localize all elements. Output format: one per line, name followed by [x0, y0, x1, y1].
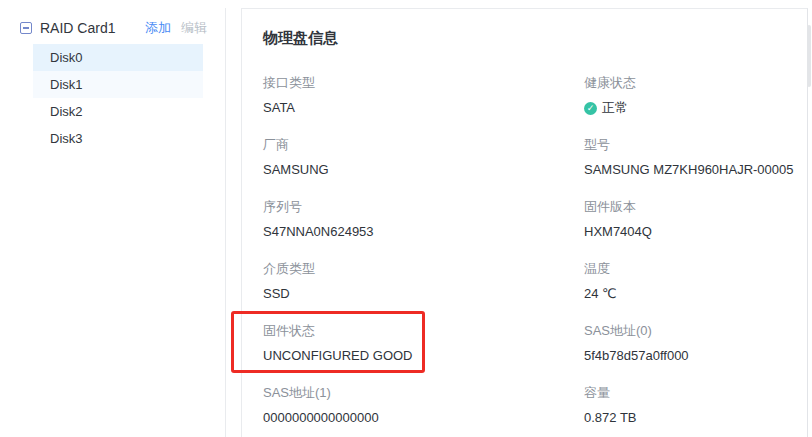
field-value: 0000000000000000 — [263, 409, 584, 427]
check-circle-icon: ✓ — [584, 102, 597, 115]
vertical-scrollbar-thumb[interactable] — [807, 25, 811, 87]
disk2-label: Disk2 — [50, 104, 83, 119]
field-firmware-version: 固件版本 HXM7404Q — [584, 198, 807, 241]
field-value: SATA — [263, 99, 584, 117]
disk-list: Disk0 Disk1 Disk2 Disk3 — [0, 44, 225, 152]
page-title: 物理盘信息 — [263, 29, 807, 48]
field-media-type: 介质类型 SSD — [263, 260, 584, 303]
field-value: HXM7404Q — [584, 223, 807, 241]
disk1-label: Disk1 — [50, 77, 83, 92]
field-label: 温度 — [584, 260, 807, 278]
sidebar-item-disk2[interactable]: Disk2 — [33, 98, 203, 125]
field-value: 5f4b78d57a0ff000 — [584, 347, 807, 365]
field-label: 固件版本 — [584, 198, 807, 216]
physical-disk-info-panel: 物理盘信息 接口类型 SATA 健康状态 ✓ 正常 厂商 SAMSUNG 型号 … — [241, 8, 808, 437]
field-value: UNCONFIGURED GOOD — [263, 347, 584, 365]
sidebar-item-disk0[interactable]: Disk0 — [33, 44, 203, 71]
collapse-minus-icon[interactable] — [20, 22, 32, 34]
field-serial-number: 序列号 S47NNA0N624953 — [263, 198, 584, 241]
field-value: SAMSUNG MZ7KH960HAJR-00005 — [584, 161, 807, 179]
disk0-label: Disk0 — [50, 50, 83, 65]
health-status-text: 正常 — [602, 99, 628, 117]
fields-grid: 接口类型 SATA 健康状态 ✓ 正常 厂商 SAMSUNG 型号 SAMSUN… — [263, 74, 807, 437]
field-vendor: 厂商 SAMSUNG — [263, 136, 584, 179]
sidebar-item-disk1[interactable]: Disk1 — [33, 71, 203, 98]
field-sas-address-0: SAS地址(0) 5f4b78d57a0ff000 — [584, 322, 807, 365]
field-interface-type: 接口类型 SATA — [263, 74, 584, 117]
sidebar-disk-tree: RAID Card1 添加 编辑 Disk0 Disk1 Disk2 Disk3 — [0, 8, 226, 437]
field-capacity: 容量 0.872 TB — [584, 384, 807, 427]
field-label: 序列号 — [263, 198, 584, 216]
field-label: 型号 — [584, 136, 807, 154]
sidebar-item-disk3[interactable]: Disk3 — [33, 125, 203, 152]
field-value: ✓ 正常 — [584, 99, 807, 117]
field-temperature: 温度 24 ℃ — [584, 260, 807, 303]
field-value: 24 ℃ — [584, 285, 807, 303]
field-value: SAMSUNG — [263, 161, 584, 179]
field-value: S47NNA0N624953 — [263, 223, 584, 241]
disk3-label: Disk3 — [50, 131, 83, 146]
field-label: 厂商 — [263, 136, 584, 154]
field-label: 固件状态 — [263, 322, 584, 340]
field-label: 接口类型 — [263, 74, 584, 92]
edit-link[interactable]: 编辑 — [181, 19, 207, 37]
field-value: 0.872 TB — [584, 409, 807, 427]
field-label: SAS地址(0) — [584, 322, 807, 340]
field-label: 健康状态 — [584, 74, 807, 92]
field-value: SSD — [263, 285, 584, 303]
field-firmware-state: 固件状态 UNCONFIGURED GOOD — [263, 322, 584, 365]
field-label: 容量 — [584, 384, 807, 402]
tree-node-raid-card[interactable]: RAID Card1 添加 编辑 — [0, 14, 225, 41]
field-health-status: 健康状态 ✓ 正常 — [584, 74, 807, 117]
add-link[interactable]: 添加 — [145, 19, 171, 37]
field-label: SAS地址(1) — [263, 384, 584, 402]
field-sas-address-1: SAS地址(1) 0000000000000000 — [263, 384, 584, 427]
field-model: 型号 SAMSUNG MZ7KH960HAJR-00005 — [584, 136, 807, 179]
field-label: 介质类型 — [263, 260, 584, 278]
raid-card-label: RAID Card1 — [40, 20, 145, 36]
